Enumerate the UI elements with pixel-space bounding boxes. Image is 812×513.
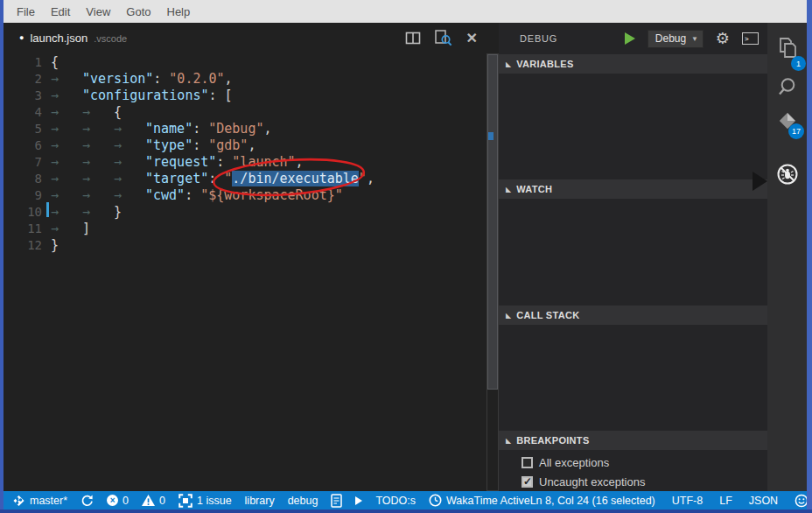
language-item[interactable]: JSON bbox=[749, 495, 778, 507]
debug-icon[interactable] bbox=[767, 163, 807, 186]
scrollbar-thumb[interactable] bbox=[487, 54, 498, 390]
code-line[interactable]: 6→→→"type": "gdb", bbox=[4, 137, 486, 154]
code-text: →"version": "0.2.0", bbox=[51, 71, 233, 88]
cursor-position-item[interactable]: Ln 8, Col 24 (16 selected) bbox=[530, 495, 655, 507]
code-token: : bbox=[208, 171, 224, 186]
checkbox-unchecked[interactable] bbox=[522, 457, 533, 468]
line-number[interactable]: 6 bbox=[4, 137, 42, 154]
library-item[interactable]: library bbox=[245, 495, 275, 507]
menu-item-file[interactable]: File bbox=[13, 4, 38, 20]
code-line[interactable]: 5→→→"name": "Debug", bbox=[4, 121, 486, 137]
whitespace-tab-arrow-icon: → bbox=[51, 154, 82, 171]
variables-body bbox=[499, 74, 767, 179]
code-line[interactable]: 12} bbox=[4, 237, 486, 254]
whitespace-tab-arrow-icon: → bbox=[82, 204, 114, 221]
code-token: "${workspaceRoot}" bbox=[200, 187, 343, 203]
code-line[interactable]: 11→] bbox=[4, 221, 486, 237]
search-icon[interactable] bbox=[767, 76, 807, 98]
line-number[interactable]: 11 bbox=[4, 221, 42, 237]
debug-panel-title: DEBUG bbox=[520, 33, 557, 44]
whitespace-tab-arrow-icon: → bbox=[51, 104, 82, 121]
wakatime-label: WakaTime Active bbox=[446, 495, 530, 507]
tab-launch-json[interactable]: ● launch.json .vscode bbox=[19, 23, 127, 53]
section-title: VARIABLES bbox=[516, 59, 573, 69]
code-token: "Debug" bbox=[208, 121, 263, 137]
line-number[interactable]: 7 bbox=[4, 154, 42, 171]
line-number[interactable]: 1 bbox=[4, 54, 42, 71]
code-line[interactable]: 8→→→"target": "./bin/executable", bbox=[4, 171, 486, 187]
line-number[interactable]: 12 bbox=[4, 237, 42, 254]
editor-scrollbar[interactable] bbox=[486, 53, 499, 491]
debug-config-dropdown[interactable]: Debug ▼ bbox=[648, 30, 704, 48]
whitespace-tab-arrow-icon: → bbox=[114, 121, 145, 137]
code-line[interactable]: 2→"version": "0.2.0", bbox=[4, 71, 486, 88]
todos-item[interactable]: TODO:s bbox=[375, 495, 416, 507]
debug-status-item[interactable]: debug bbox=[288, 495, 318, 507]
code-token: } bbox=[51, 237, 59, 253]
whitespace-tab-arrow-icon: → bbox=[51, 137, 82, 154]
section-header-watch[interactable]: ◣ WATCH bbox=[499, 179, 767, 199]
issues-icon bbox=[178, 494, 192, 508]
script-file-icon bbox=[331, 494, 342, 508]
code-text: →→→"target": "./bin/executable", bbox=[51, 171, 374, 187]
window-border-left bbox=[0, 0, 4, 513]
start-debug-icon[interactable] bbox=[625, 32, 635, 45]
code-line[interactable]: 10→→} bbox=[4, 204, 486, 221]
code-line[interactable]: 4→→{ bbox=[4, 104, 486, 121]
section-header-call-stack[interactable]: ◣ CALL STACK bbox=[499, 306, 767, 325]
code-editor[interactable]: 1{2→"version": "0.2.0",3→"configurations… bbox=[4, 53, 486, 491]
breakpoints-body: All exceptionsUncaught exceptions bbox=[499, 450, 767, 491]
code-token: "name" bbox=[145, 121, 192, 137]
code-line[interactable]: 1{ bbox=[4, 54, 486, 71]
menu-item-edit[interactable]: Edit bbox=[47, 4, 74, 20]
menu-item-goto[interactable]: Goto bbox=[122, 4, 154, 20]
sync-item[interactable] bbox=[80, 494, 94, 507]
eol-item[interactable]: LF bbox=[719, 495, 732, 507]
editor-actions: ✕ bbox=[405, 23, 478, 53]
script-file-item[interactable] bbox=[331, 494, 342, 508]
code-line[interactable]: 3→"configurations": [ bbox=[4, 88, 486, 104]
git-icon[interactable]: 17 bbox=[767, 109, 807, 131]
search-in-file-icon[interactable] bbox=[435, 30, 452, 46]
run-item[interactable] bbox=[355, 496, 362, 505]
whitespace-tab-arrow-icon: → bbox=[51, 71, 82, 88]
line-number[interactable]: 4 bbox=[4, 104, 42, 121]
breakpoint-row[interactable]: All exceptions bbox=[499, 453, 767, 472]
issues-item[interactable]: 1 issue bbox=[178, 494, 232, 508]
section-header-breakpoints[interactable]: ◣ BREAKPOINTS bbox=[499, 431, 767, 450]
errors-item[interactable]: × 0 bbox=[107, 495, 129, 507]
code-token: " bbox=[224, 171, 232, 186]
code-text: →] bbox=[51, 221, 90, 237]
warnings-item[interactable]: 0 bbox=[142, 495, 165, 507]
configure-gear-icon[interactable]: ⚙ bbox=[716, 31, 730, 46]
git-branch-item[interactable]: master* bbox=[12, 494, 67, 508]
line-number[interactable]: 8 bbox=[4, 171, 42, 187]
menu-item-help[interactable]: Help bbox=[164, 4, 194, 20]
encoding-item[interactable]: UTF-8 bbox=[672, 495, 703, 507]
window-border-right bbox=[807, 0, 812, 513]
explorer-icon[interactable]: 1 bbox=[767, 37, 807, 60]
line-number[interactable]: 3 bbox=[4, 88, 42, 104]
line-number[interactable]: 5 bbox=[4, 121, 42, 137]
close-editor-icon[interactable]: ✕ bbox=[466, 32, 478, 46]
wakatime-item[interactable]: WakaTime Active bbox=[429, 494, 530, 507]
debug-console-icon[interactable]: > bbox=[742, 32, 759, 45]
split-editor-icon[interactable] bbox=[405, 32, 421, 45]
code-line[interactable]: 9→→→"cwd": "${workspaceRoot}" bbox=[4, 187, 486, 204]
error-icon: × bbox=[107, 495, 118, 506]
whitespace-tab-arrow-icon: → bbox=[82, 154, 114, 171]
code-line[interactable]: 7→→→"request": "launch", bbox=[4, 154, 486, 171]
warning-icon bbox=[142, 495, 155, 506]
checkbox-checked[interactable] bbox=[522, 476, 533, 488]
whitespace-tab-arrow-icon: → bbox=[51, 187, 82, 204]
line-number[interactable]: 2 bbox=[4, 71, 42, 88]
window-border-bottom bbox=[0, 509, 812, 513]
twistie-icon: ◣ bbox=[506, 312, 511, 320]
line-number[interactable]: 9 bbox=[4, 187, 42, 204]
breakpoint-row[interactable]: Uncaught exceptions bbox=[499, 472, 767, 491]
line-number[interactable]: 10 bbox=[4, 204, 42, 221]
section-header-variables[interactable]: ◣ VARIABLES bbox=[499, 54, 767, 74]
sync-icon bbox=[80, 494, 94, 507]
whitespace-tab-arrow-icon: → bbox=[114, 137, 145, 154]
menu-item-view[interactable]: View bbox=[82, 4, 114, 20]
